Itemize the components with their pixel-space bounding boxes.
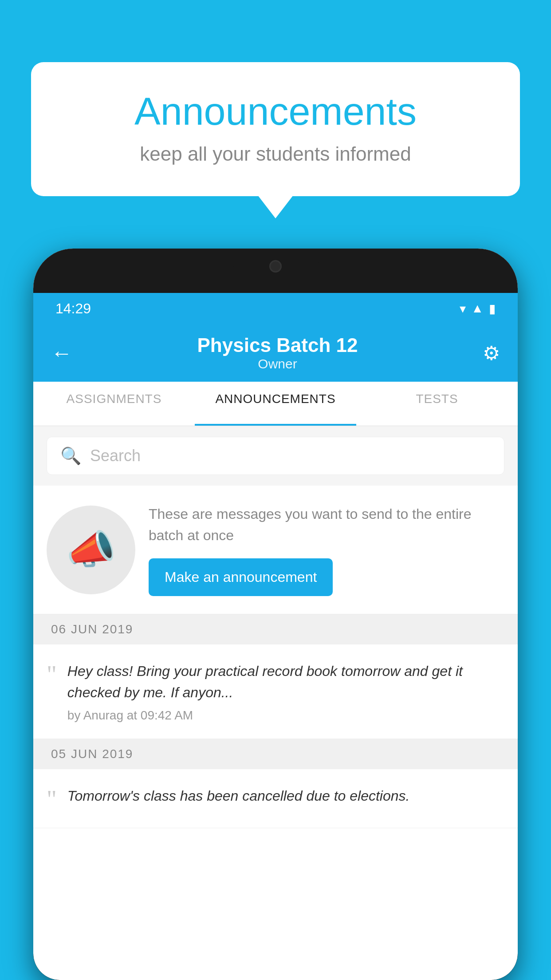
header-subtitle: Owner — [72, 356, 483, 371]
screen-inner: 14:29 ▾ ▲ ▮ ← Physics Batch 12 Owner ⚙ — [33, 293, 518, 980]
notch-cutout — [231, 249, 320, 275]
promo-description: These are messages you want to send to t… — [149, 503, 504, 546]
bubble-title: Announcements — [67, 89, 484, 134]
quote-icon-2: " — [47, 787, 57, 812]
tab-announcements[interactable]: ANNOUNCEMENTS — [195, 382, 356, 426]
app-header: ← Physics Batch 12 Owner ⚙ — [33, 324, 518, 382]
status-time: 14:29 — [55, 300, 91, 317]
phone-notch — [33, 249, 518, 293]
signal-icon: ▲ — [471, 301, 484, 316]
date-separator-2: 05 JUN 2019 — [33, 739, 518, 769]
announcement-body-2: Tomorrow's class has been cancelled due … — [67, 785, 504, 812]
tabs-bar: ASSIGNMENTS ANNOUNCEMENTS TESTS — [33, 382, 518, 426]
megaphone-icon: 📣 — [66, 526, 116, 573]
search-container: 🔍 Search — [33, 426, 518, 486]
phone-body: 14:29 ▾ ▲ ▮ ← Physics Batch 12 Owner ⚙ — [33, 249, 518, 980]
announcement-meta-1: by Anurag at 09:42 AM — [67, 708, 504, 723]
promo-icon-circle: 📣 — [47, 506, 135, 594]
status-icons: ▾ ▲ ▮ — [460, 301, 496, 316]
phone-mockup: 14:29 ▾ ▲ ▮ ← Physics Batch 12 Owner ⚙ — [33, 249, 518, 980]
status-bar: 14:29 ▾ ▲ ▮ — [33, 293, 518, 324]
tab-tests[interactable]: TESTS — [356, 382, 518, 426]
announcement-text-2: Tomorrow's class has been cancelled due … — [67, 785, 504, 806]
back-button[interactable]: ← — [51, 341, 72, 365]
promo-right: These are messages you want to send to t… — [149, 503, 504, 596]
quote-icon-1: " — [47, 662, 57, 687]
header-center: Physics Batch 12 Owner — [72, 334, 483, 371]
announcement-text-1: Hey class! Bring your practical record b… — [67, 660, 504, 703]
battery-icon: ▮ — [489, 301, 496, 316]
phone-screen: 14:29 ▾ ▲ ▮ ← Physics Batch 12 Owner ⚙ — [33, 249, 518, 980]
announcement-item-2[interactable]: " Tomorrow's class has been cancelled du… — [33, 769, 518, 828]
date-separator-1: 06 JUN 2019 — [33, 614, 518, 644]
speech-bubble-section: Announcements keep all your students inf… — [31, 62, 520, 196]
header-title: Physics Batch 12 — [72, 334, 483, 356]
bubble-subtitle: keep all your students informed — [67, 143, 484, 165]
speech-bubble-card: Announcements keep all your students inf… — [31, 62, 520, 196]
wifi-icon: ▾ — [460, 301, 466, 316]
announcement-body-1: Hey class! Bring your practical record b… — [67, 660, 504, 723]
tab-assignments[interactable]: ASSIGNMENTS — [33, 382, 195, 426]
announcement-promo: 📣 These are messages you want to send to… — [33, 486, 518, 614]
make-announcement-button[interactable]: Make an announcement — [149, 558, 333, 596]
search-icon: 🔍 — [60, 446, 81, 466]
camera — [269, 260, 282, 273]
announcement-item-1[interactable]: " Hey class! Bring your practical record… — [33, 644, 518, 739]
settings-gear-icon[interactable]: ⚙ — [483, 342, 500, 364]
search-bar[interactable]: 🔍 Search — [47, 437, 504, 475]
search-input-placeholder[interactable]: Search — [90, 447, 141, 465]
